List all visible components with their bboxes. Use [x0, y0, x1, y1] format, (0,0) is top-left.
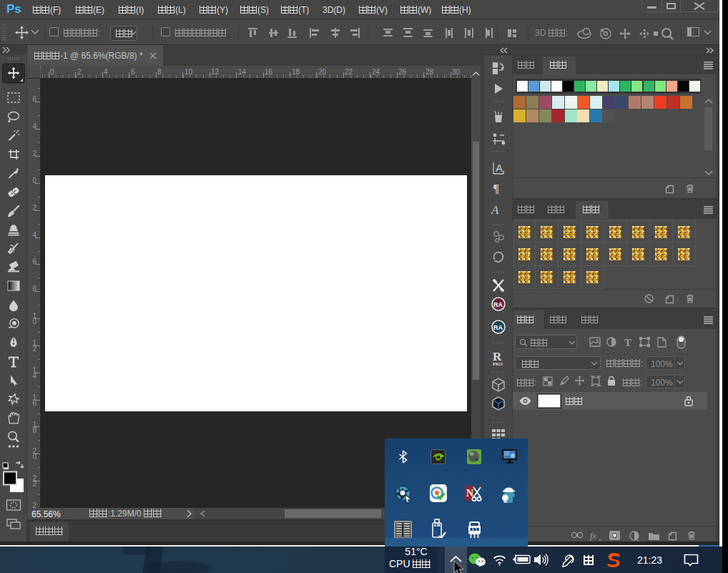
svg-text:A: A	[496, 162, 503, 174]
svg-text:fx: fx	[590, 530, 597, 541]
svg-text:RA: RA	[493, 301, 503, 308]
svg-text:N: N	[466, 488, 473, 499]
svg-text:PRO: PRO	[493, 361, 503, 366]
svg-text:RA: RA	[493, 324, 503, 331]
svg-text:T: T	[624, 337, 631, 348]
svg-text:¶: ¶	[493, 182, 499, 195]
svg-text:A: A	[491, 203, 499, 217]
